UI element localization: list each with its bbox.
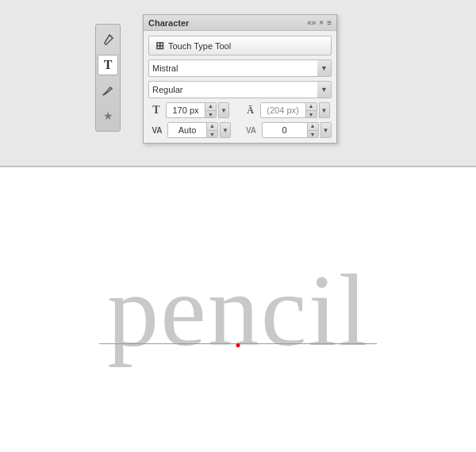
panel-titlebar: Character «» × ≡ bbox=[144, 15, 336, 31]
touch-type-icon: ⊞ bbox=[155, 40, 164, 52]
panel-body: ⊞ Touch Type Tool ▼ ▼ T ▲ ▼ bbox=[144, 31, 336, 143]
leading-down[interactable]: ▼ bbox=[306, 111, 317, 119]
font-family-input[interactable] bbox=[148, 59, 317, 77]
tracking-group: VA ▲ ▼ ▼ bbox=[148, 122, 238, 138]
pen-tool-button[interactable] bbox=[98, 80, 118, 101]
leading-input-wrap: ▲ ▼ bbox=[260, 102, 317, 118]
font-size-input[interactable] bbox=[167, 102, 205, 118]
panel-controls: «» × ≡ bbox=[307, 18, 332, 27]
brush-tool-button[interactable] bbox=[98, 29, 118, 50]
kerning-input-wrap: ▲ ▼ bbox=[262, 122, 319, 138]
panel-collapse-button[interactable]: «» bbox=[307, 18, 316, 27]
kerning-label: VA bbox=[243, 122, 260, 138]
leading-spinner: ▲ ▼ bbox=[305, 102, 317, 118]
type-tool-button[interactable]: T bbox=[98, 55, 118, 75]
tracking-input[interactable] bbox=[168, 122, 206, 138]
size-leading-row: T ▲ ▼ ▼ Ā ▲ ▼ bbox=[148, 102, 332, 118]
kerning-unit-arrow[interactable]: ▼ bbox=[321, 122, 332, 138]
svg-line-0 bbox=[109, 35, 112, 37]
kerning-spinner: ▲ ▼ bbox=[307, 122, 318, 138]
font-size-input-wrap: ▲ ▼ bbox=[166, 102, 217, 118]
touch-type-button[interactable]: ⊞ Touch Type Tool bbox=[148, 36, 332, 56]
kerning-group: VA ▲ ▼ ▼ bbox=[243, 122, 332, 138]
leading-input[interactable] bbox=[261, 102, 305, 118]
tracking-up[interactable]: ▲ bbox=[207, 122, 217, 131]
font-size-spinner: ▲ ▼ bbox=[205, 102, 216, 118]
kerning-down[interactable]: ▼ bbox=[308, 131, 318, 139]
baseline-dot bbox=[236, 343, 240, 347]
tracking-label: VA bbox=[148, 122, 166, 138]
tracking-spinner: ▲ ▼ bbox=[206, 122, 217, 138]
left-toolbar: T ★ bbox=[95, 24, 121, 132]
panel-menu-icon[interactable]: ≡ bbox=[327, 18, 332, 27]
leading-label: Ā bbox=[243, 102, 259, 118]
font-style-arrow[interactable]: ▼ bbox=[317, 81, 332, 98]
character-panel: Character «» × ≡ ⊞ Touch Type Tool ▼ ▼ T bbox=[143, 14, 337, 144]
tracking-input-wrap: ▲ ▼ bbox=[167, 122, 218, 138]
kerning-up[interactable]: ▲ bbox=[308, 122, 318, 131]
font-family-arrow[interactable]: ▼ bbox=[317, 59, 332, 77]
leading-unit-arrow[interactable]: ▼ bbox=[319, 102, 330, 118]
font-size-label: T bbox=[148, 102, 164, 118]
panel-close-button[interactable]: × bbox=[319, 18, 324, 27]
svg-line-1 bbox=[103, 93, 106, 95]
tracking-down[interactable]: ▼ bbox=[207, 131, 217, 139]
font-style-input[interactable] bbox=[148, 81, 317, 98]
leading-up[interactable]: ▲ bbox=[306, 102, 317, 111]
leading-group: Ā ▲ ▼ ▼ bbox=[243, 102, 332, 118]
tracking-kerning-row: VA ▲ ▼ ▼ VA ▲ ▼ bbox=[148, 122, 332, 138]
font-style-row: ▼ bbox=[148, 81, 332, 98]
font-size-down[interactable]: ▼ bbox=[205, 111, 216, 119]
font-size-unit-arrow[interactable]: ▼ bbox=[218, 102, 229, 118]
canvas-area: pencil bbox=[0, 167, 476, 452]
tracking-unit-arrow[interactable]: ▼ bbox=[220, 122, 231, 138]
font-size-group: T ▲ ▼ ▼ bbox=[148, 102, 238, 118]
pencil-text-wrapper: pencil bbox=[107, 259, 369, 362]
star-tool-button[interactable]: ★ bbox=[98, 105, 118, 126]
font-size-up[interactable]: ▲ bbox=[205, 102, 216, 111]
kerning-input[interactable] bbox=[263, 122, 307, 138]
font-family-row: ▼ bbox=[148, 59, 332, 77]
panel-title: Character bbox=[148, 18, 189, 28]
touch-type-label: Touch Type Tool bbox=[168, 41, 231, 51]
pencil-text-container: pencil bbox=[0, 167, 476, 452]
